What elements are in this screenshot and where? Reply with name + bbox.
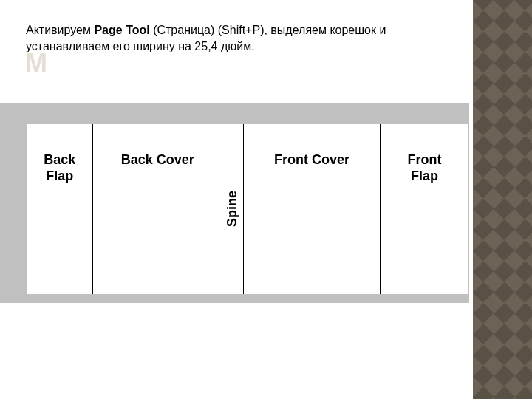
panel-label-spine: Spine bbox=[225, 191, 241, 227]
panel-back-cover: Back Cover bbox=[92, 124, 222, 294]
cover-layout: Back Flap Back Cover Spine Front Cover F… bbox=[27, 124, 468, 294]
panel-front-cover: Front Cover bbox=[243, 124, 380, 294]
panel-label-back-cover: Back Cover bbox=[121, 152, 194, 168]
decorative-checker-strip bbox=[473, 0, 532, 399]
panel-label-front-cover: Front Cover bbox=[274, 152, 349, 168]
panel-front-flap: Front Flap bbox=[380, 124, 468, 294]
panel-back-flap: Back Flap bbox=[27, 124, 92, 294]
instruction-pre: Активируем bbox=[26, 24, 94, 36]
panel-label-back-flap: Back Flap bbox=[44, 152, 75, 184]
panel-label-front-flap: Front Flap bbox=[407, 152, 441, 184]
instruction-text: Активируем Page Tool (Страница) (Shift+P… bbox=[26, 22, 462, 54]
instruction-bold: Page Tool bbox=[94, 24, 149, 36]
watermark-letter: М bbox=[25, 50, 48, 77]
panel-spine: Spine bbox=[222, 124, 243, 294]
